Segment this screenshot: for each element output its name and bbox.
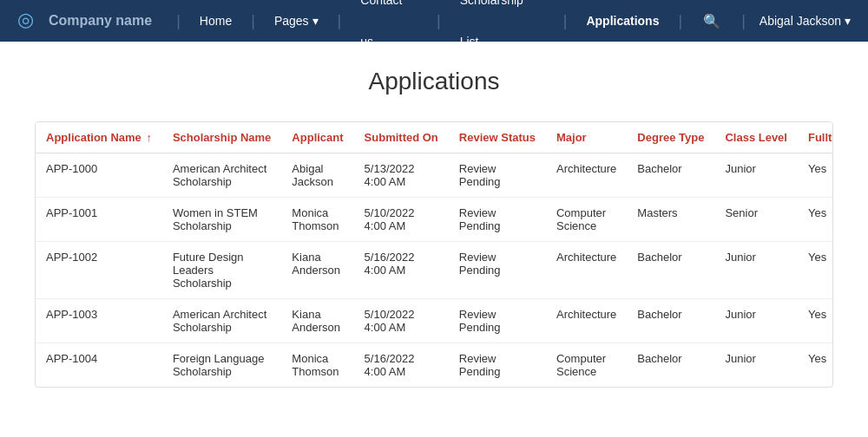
cell-row4-col0: APP-1004	[36, 343, 162, 388]
cell-row3-col3: 5/10/2022 4:00 AM	[354, 299, 449, 343]
cell-row2-col6: Bachelor	[627, 242, 714, 299]
table-row[interactable]: APP-1001Women in STEM ScholarshipMonica …	[36, 198, 833, 242]
cell-row0-col6: Bachelor	[627, 153, 714, 198]
page-title: Applications	[35, 68, 833, 95]
th-submitted-on[interactable]: Submitted On	[354, 122, 449, 153]
th-applicant[interactable]: Applicant	[281, 122, 353, 153]
cell-row1-col4: Review Pending	[449, 198, 546, 242]
th-scholarship-name[interactable]: Scholarship Name	[162, 122, 281, 153]
pages-chevron-icon: ▾	[312, 0, 319, 42]
cell-row0-col2: Abigal Jackson	[281, 153, 353, 198]
nav-scholarship-list[interactable]: Scholarship List	[448, 0, 556, 62]
brand-name: Company name	[49, 13, 152, 29]
cell-row0-col7: Junior	[714, 153, 798, 198]
table-row[interactable]: APP-1004Foreign Language ScholarshipMoni…	[36, 343, 833, 388]
cell-row4-col6: Bachelor	[627, 343, 714, 388]
cell-row4-col5: Computer Science	[546, 343, 627, 388]
applications-table: Application Name ↑ Scholarship Name Appl…	[36, 122, 833, 387]
nav-sep-1: |	[176, 12, 181, 30]
cell-row2-col4: Review Pending	[449, 242, 546, 299]
th-class-level[interactable]: Class Level	[714, 122, 798, 153]
nav-sep-2: |	[251, 12, 255, 30]
cell-row3-col4: Review Pending	[449, 299, 546, 343]
user-chevron-icon: ▾	[845, 14, 851, 28]
th-major[interactable]: Major	[546, 122, 627, 153]
cell-row0-col0: APP-1000	[36, 153, 162, 198]
cell-row0-col8: Yes	[798, 153, 833, 198]
cell-row4-col2: Monica Thomson	[281, 343, 353, 388]
cell-row1-col5: Computer Science	[546, 198, 627, 242]
cell-row1-col7: Senior	[714, 198, 798, 242]
nav-pages[interactable]: Pages ▾	[262, 0, 331, 42]
search-button[interactable]: 🔍	[696, 13, 727, 29]
cell-row2-col7: Junior	[714, 242, 798, 299]
nav-pages-label: Pages	[274, 0, 309, 42]
nav-sep-6: |	[678, 12, 682, 30]
cell-row1-col6: Masters	[627, 198, 714, 242]
th-degree-type[interactable]: Degree Type	[627, 122, 714, 153]
cell-row0-col4: Review Pending	[449, 153, 546, 198]
navbar-right: | 🔍 | Abigal Jackson ▾	[671, 12, 851, 30]
table-header-row: Application Name ↑ Scholarship Name Appl…	[36, 122, 833, 153]
cell-row2-col1: Future Design Leaders Scholarship	[162, 242, 281, 299]
cell-row0-col5: Architecture	[546, 153, 627, 198]
navbar-links: Home | Pages ▾ | Contact us | Scholarshi…	[187, 0, 672, 62]
table-row[interactable]: APP-1002Future Design Leaders Scholarshi…	[36, 242, 833, 299]
th-review-status[interactable]: Review Status	[449, 122, 546, 153]
cell-row4-col4: Review Pending	[449, 343, 546, 388]
brand[interactable]: ◎ Company name	[17, 9, 152, 33]
cell-row3-col1: American Architect Scholarship	[162, 299, 281, 343]
nav-home[interactable]: Home	[187, 0, 244, 42]
sort-arrow-icon: ↑	[146, 131, 152, 144]
main-content: Applications Application Name ↑ Scholars…	[0, 42, 868, 414]
nav-sep-5: |	[563, 12, 568, 30]
table-row[interactable]: APP-1000American Architect ScholarshipAb…	[36, 153, 833, 198]
cell-row3-col7: Junior	[714, 299, 798, 343]
cell-row2-col0: APP-1002	[36, 242, 162, 299]
cell-row3-col6: Bachelor	[627, 299, 714, 343]
cell-row2-col5: Architecture	[546, 242, 627, 299]
cell-row2-col8: Yes	[798, 242, 833, 299]
cell-row0-col1: American Architect Scholarship	[162, 153, 281, 198]
cell-row1-col8: Yes	[798, 198, 833, 242]
user-menu[interactable]: Abigal Jackson ▾	[760, 14, 851, 28]
cell-row1-col1: Women in STEM Scholarship	[162, 198, 281, 242]
cell-row4-col8: Yes	[798, 343, 833, 388]
cell-row1-col2: Monica Thomson	[281, 198, 353, 242]
brand-icon: ◎	[17, 9, 42, 33]
cell-row3-col5: Architecture	[546, 299, 627, 343]
table-row[interactable]: APP-1003American Architect ScholarshipKi…	[36, 299, 833, 343]
nav-sep-7: |	[741, 12, 746, 30]
applications-table-container: Application Name ↑ Scholarship Name Appl…	[35, 121, 833, 388]
nav-sep-3: |	[338, 12, 342, 30]
cell-row4-col1: Foreign Language Scholarship	[162, 343, 281, 388]
cell-row2-col2: Kiana Anderson	[281, 242, 353, 299]
cell-row2-col3: 5/16/2022 4:00 AM	[354, 242, 449, 299]
nav-applications[interactable]: Applications	[574, 0, 671, 42]
table-body: APP-1000American Architect ScholarshipAb…	[36, 153, 833, 388]
nav-sep-4: |	[437, 12, 441, 30]
cell-row1-col3: 5/10/2022 4:00 AM	[354, 198, 449, 242]
cell-row3-col2: Kiana Anderson	[281, 299, 353, 343]
search-icon: 🔍	[703, 14, 720, 29]
cell-row0-col3: 5/13/2022 4:00 AM	[354, 153, 449, 198]
cell-row4-col7: Junior	[714, 343, 798, 388]
cell-row4-col3: 5/16/2022 4:00 AM	[354, 343, 449, 388]
nav-contact[interactable]: Contact us	[348, 0, 430, 62]
cell-row3-col0: APP-1003	[36, 299, 162, 343]
cell-row1-col0: APP-1001	[36, 198, 162, 242]
th-application-name[interactable]: Application Name ↑	[36, 122, 162, 153]
user-name-label: Abigal Jackson	[760, 14, 841, 28]
th-fulltime[interactable]: Fulltime	[798, 122, 833, 153]
navbar: ◎ Company name | Home | Pages ▾ | Contac…	[0, 0, 868, 42]
cell-row3-col8: Yes	[798, 299, 833, 343]
